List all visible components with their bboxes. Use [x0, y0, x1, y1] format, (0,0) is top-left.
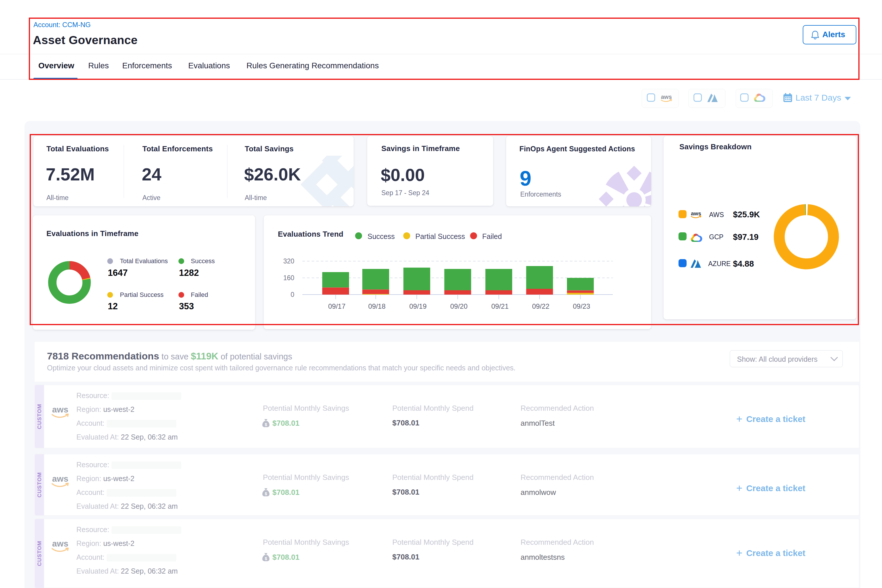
- svg-text:0: 0: [291, 291, 294, 298]
- svg-text:09/20: 09/20: [450, 302, 468, 310]
- svg-text:160: 160: [284, 274, 294, 282]
- svg-text:09/21: 09/21: [491, 302, 508, 310]
- svg-text:$: $: [265, 556, 267, 561]
- svg-text:09/17: 09/17: [328, 302, 345, 310]
- svg-text:$: $: [265, 422, 267, 427]
- svg-text:aws: aws: [661, 94, 672, 100]
- svg-text:aws: aws: [691, 210, 701, 216]
- svg-text:aws: aws: [52, 474, 68, 483]
- svg-text:09/22: 09/22: [532, 302, 549, 310]
- svg-text:09/19: 09/19: [409, 302, 427, 310]
- svg-text:aws: aws: [52, 539, 68, 548]
- svg-text:320: 320: [284, 257, 294, 265]
- svg-text:aws: aws: [52, 405, 68, 414]
- svg-text:09/18: 09/18: [368, 302, 386, 310]
- svg-text:09/23: 09/23: [573, 302, 590, 310]
- svg-text:$: $: [265, 492, 267, 496]
